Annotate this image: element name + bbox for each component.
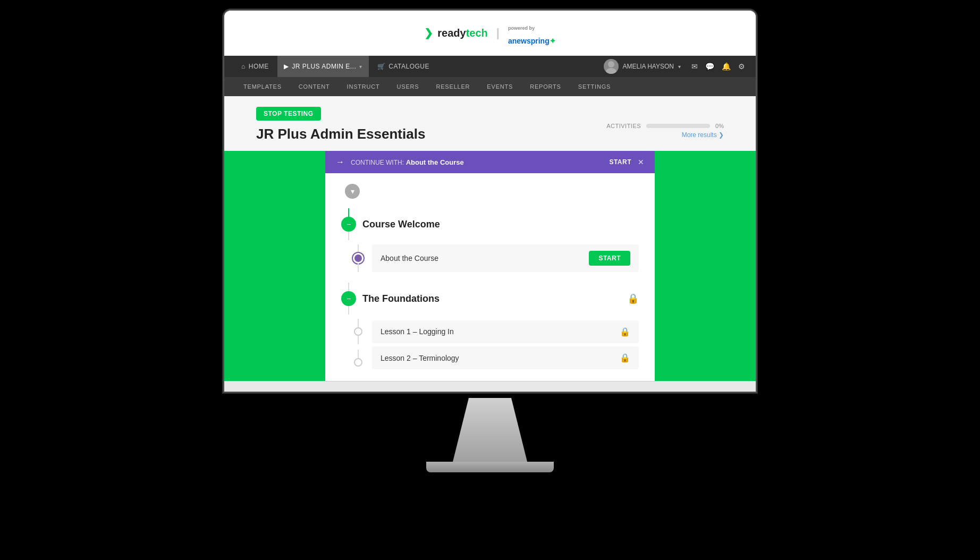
- progress-bar: [646, 124, 710, 128]
- lesson-card-lesson1: Lesson 1 – Logging In 🔒: [372, 320, 639, 343]
- continue-item-name: About the Course: [406, 158, 464, 166]
- course-header: STOP TESTING JR Plus Admin Essentials AC…: [224, 96, 756, 151]
- nav-user[interactable]: AMELIA HAYSON ▾: [604, 59, 681, 74]
- continue-banner: → CONTINUE WITH: About the Course START …: [325, 151, 655, 173]
- user-chevron-icon: ▾: [678, 64, 681, 70]
- nav-right-icons: ✉ 💬 🔔 ⚙: [691, 62, 745, 71]
- email-icon[interactable]: ✉: [691, 62, 698, 71]
- nav-course[interactable]: ▶ JR PLUS ADMIN E... ▾: [277, 56, 369, 77]
- cart-icon: 🛒: [377, 63, 386, 70]
- stop-testing-button[interactable]: STOP TESTING: [256, 107, 321, 121]
- lesson-dot-current: [353, 253, 364, 264]
- green-side-right: [655, 151, 756, 381]
- chevron-down-icon: ▾: [359, 64, 362, 70]
- activities-label: ACTIVITIES: [606, 123, 641, 129]
- nav-home[interactable]: ⌂ HOME: [235, 56, 275, 77]
- continue-with-label: CONTINUE WITH:: [351, 159, 404, 166]
- sub-nav: TEMPLATES CONTENT INSTRUCT USERS RESELLE…: [224, 77, 756, 96]
- green-side-left: [224, 151, 325, 381]
- logo-readytech: readytech: [437, 26, 488, 40]
- brand-logo: ❯ readytech | powered by anewspring✦: [424, 19, 555, 47]
- nav-catalogue-label: CATALOGUE: [388, 63, 429, 70]
- svg-point-1: [606, 68, 616, 74]
- sub-nav-users[interactable]: USERS: [388, 77, 428, 96]
- lesson-connector-bottom: [358, 264, 359, 272]
- monitor-base: [426, 462, 554, 472]
- lesson2-lock-icon: 🔒: [620, 353, 630, 363]
- section-title-welcome: Course Welcome: [362, 219, 440, 230]
- content-area: STOP TESTING JR Plus Admin Essentials AC…: [224, 96, 756, 381]
- nav-course-label: JR PLUS ADMIN E...: [292, 63, 356, 70]
- lesson-terminology: Lesson 2 – Terminology 🔒: [341, 346, 639, 369]
- lesson-connector-top: [358, 244, 359, 253]
- activities-row: ACTIVITIES 0%: [606, 123, 724, 129]
- lesson2-connector-top: [358, 350, 359, 358]
- continue-close-button[interactable]: ✕: [638, 158, 644, 166]
- progress-percent: 0%: [715, 123, 724, 129]
- section-dot-foundations: −: [341, 291, 356, 306]
- lesson1-lock-icon: 🔒: [620, 327, 630, 337]
- sub-nav-templates[interactable]: TEMPLATES: [235, 77, 290, 96]
- avatar: [604, 59, 619, 74]
- svg-point-0: [608, 61, 614, 67]
- logo-powered-by: powered by anewspring✦: [508, 19, 556, 47]
- section-dot-welcome: −: [341, 217, 356, 232]
- section-foundations: − The Foundations 🔒: [341, 278, 639, 369]
- course-header-right: ACTIVITIES 0% More results ❯: [606, 107, 724, 139]
- lesson-logging-in: Lesson 1 – Logging In 🔒: [341, 319, 639, 344]
- lesson-start-button[interactable]: START: [589, 251, 630, 266]
- main-layout: → CONTINUE WITH: About the Course START …: [224, 151, 756, 381]
- section-lock-foundations: 🔒: [627, 293, 639, 304]
- section-row-welcome: − Course Welcome: [341, 204, 639, 243]
- connector-line-top: [348, 208, 349, 217]
- monitor-stand-container: [224, 398, 756, 462]
- home-icon: ⌂: [241, 63, 246, 70]
- continue-text: CONTINUE WITH: About the Course: [351, 158, 603, 166]
- timeline-area: ▾ − Cou: [325, 173, 655, 381]
- sub-nav-reseller[interactable]: RESELLER: [427, 77, 478, 96]
- monitor-screen: ❯ readytech | powered by anewspring✦ ⌂ H…: [224, 11, 756, 392]
- sub-nav-instruct[interactable]: INSTRUCT: [339, 77, 388, 96]
- continue-start-button[interactable]: START: [609, 158, 631, 166]
- lesson-name-about: About the Course: [381, 254, 438, 262]
- nav-home-label: HOME: [249, 63, 269, 70]
- sub-nav-settings[interactable]: SETTINGS: [570, 77, 619, 96]
- lesson-card-lesson2: Lesson 2 – Terminology 🔒: [372, 346, 639, 369]
- lesson1-dot: [354, 327, 362, 336]
- course-title: JR Plus Admin Essentials: [256, 126, 425, 142]
- apple-logo-area: [224, 392, 756, 398]
- settings-icon[interactable]: ⚙: [738, 62, 745, 71]
- logo-bar: ❯ readytech | powered by anewspring✦: [224, 11, 756, 56]
- section-title-foundations: The Foundations: [362, 293, 440, 304]
- sub-nav-events[interactable]: EVENTS: [478, 77, 521, 96]
- sub-nav-content[interactable]: CONTENT: [290, 77, 339, 96]
- section-course-welcome: − Course Welcome: [341, 204, 639, 272]
- logo-divider: |: [496, 26, 500, 40]
- main-nav: ⌂ HOME ▶ JR PLUS ADMIN E... ▾ 🛒 CATALOGU…: [224, 56, 756, 77]
- lesson2-dot: [354, 358, 362, 367]
- continue-arrow-icon: →: [336, 157, 344, 167]
- play-icon: ▶: [284, 63, 289, 70]
- more-results-link[interactable]: More results ❯: [682, 131, 724, 139]
- logo-arrow-icon: ❯: [424, 27, 433, 39]
- monitor-wrapper: ❯ readytech | powered by anewspring✦ ⌂ H…: [224, 11, 756, 472]
- course-header-left: STOP TESTING JR Plus Admin Essentials: [256, 107, 425, 142]
- lesson1-connector-top: [358, 319, 359, 327]
- user-name: AMELIA HAYSON: [623, 63, 674, 70]
- section-row-foundations: − The Foundations 🔒: [341, 278, 639, 318]
- connector-line-foundations-top: [348, 283, 349, 291]
- center-content: → CONTINUE WITH: About the Course START …: [325, 151, 655, 381]
- connector-line-foundations-bottom: [348, 306, 349, 315]
- lesson-name-lesson2: Lesson 2 – Terminology: [381, 354, 459, 362]
- monitor-chin: [224, 381, 756, 392]
- lesson-card-about: About the Course START: [372, 244, 639, 272]
- sub-nav-reports[interactable]: REPORTS: [521, 77, 570, 96]
- chat-icon[interactable]: 💬: [705, 62, 714, 71]
- bell-icon[interactable]: 🔔: [722, 62, 731, 71]
- nav-catalogue[interactable]: 🛒 CATALOGUE: [371, 56, 436, 77]
- monitor-stand: [437, 398, 543, 462]
- timeline-top-dot: ▾: [345, 184, 360, 199]
- lesson1-connector-bottom: [358, 336, 359, 344]
- lesson-name-lesson1: Lesson 1 – Logging In: [381, 327, 454, 336]
- connector-line-bottom: [348, 232, 349, 240]
